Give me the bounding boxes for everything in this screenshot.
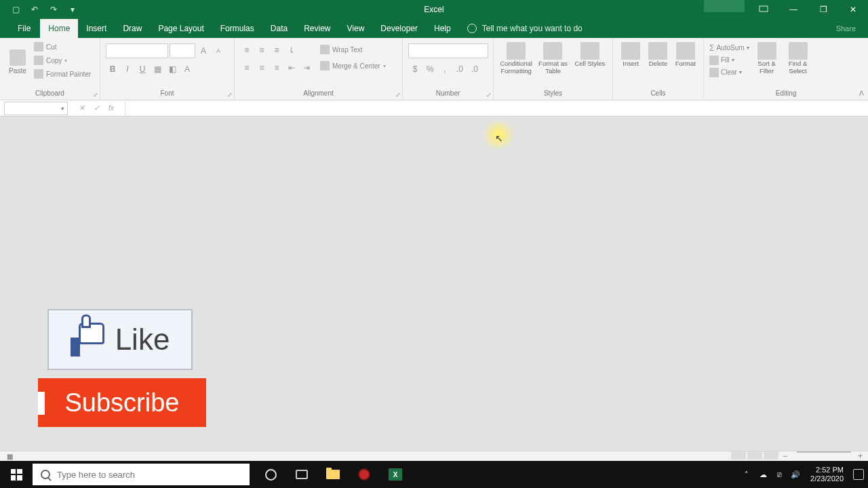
find-icon [789,42,808,60]
zoom-slider[interactable] [797,451,851,453]
maximize-button[interactable]: ❐ [808,0,838,19]
wrap-text-button[interactable]: Wrap Text [319,43,387,56]
share-button[interactable]: Share [836,24,868,33]
task-view-icon[interactable] [286,461,317,488]
tab-file[interactable]: File [8,19,40,38]
conditional-formatting-button[interactable]: Conditional Formatting [499,42,533,75]
align-right-icon[interactable]: ≡ [270,61,283,75]
cortana-icon[interactable] [255,461,286,488]
merge-center-button[interactable]: Merge & Center▾ [319,60,387,72]
tab-formulas[interactable]: Formulas [212,19,262,38]
tab-data[interactable]: Data [262,19,296,38]
taskbar-search[interactable]: Type here to search [33,464,250,485]
dialog-launcher-icon[interactable]: ⤢ [486,92,492,98]
dialog-launcher-icon[interactable]: ⤢ [227,92,233,98]
tab-draw[interactable]: Draw [115,19,150,38]
tab-view[interactable]: View [339,19,373,38]
tab-review[interactable]: Review [296,19,338,38]
font-size-select[interactable] [170,43,195,58]
align-top-icon[interactable]: ≡ [240,43,254,57]
paste-button[interactable]: Paste [5,41,30,83]
tab-help[interactable]: Help [426,19,459,38]
zoom-out-icon[interactable]: − [780,451,790,461]
ribbon-options-icon[interactable] [749,0,778,19]
align-bottom-icon[interactable]: ≡ [270,43,283,57]
underline-button[interactable]: U [136,62,149,76]
align-middle-icon[interactable]: ≡ [255,43,269,57]
comma-icon[interactable]: , [438,62,452,76]
clock[interactable]: 2:52 PM 2/23/2020 [806,466,848,483]
percent-icon[interactable]: % [423,62,437,76]
format-painter-button[interactable]: Format Painter [33,68,92,80]
font-color-button[interactable]: A [180,62,194,76]
fx-icon[interactable]: fx [106,104,117,113]
onedrive-icon[interactable]: ☁ [757,469,768,480]
format-as-table-button[interactable]: Format as Table [536,42,570,75]
group-editing: AutoSum▾ Fill▾ Clear▾ Sort & Filter Find… [704,38,868,100]
align-center-icon[interactable]: ≡ [255,61,269,75]
redo-icon[interactable]: ↷ [47,3,60,16]
copy-button[interactable]: Copy▾ [33,54,92,66]
undo-icon[interactable]: ↶ [28,3,41,16]
clear-button[interactable]: Clear▾ [709,66,749,78]
customize-qat-icon[interactable]: ▾ [66,3,79,16]
number-format-select[interactable] [408,43,488,58]
start-button[interactable] [0,461,33,488]
increase-font-icon[interactable]: A [197,44,210,58]
increase-indent-icon[interactable]: ⇥ [300,61,313,75]
page-layout-view-icon[interactable] [747,451,762,460]
format-cells-button[interactable]: Format [673,42,698,68]
autosum-button[interactable]: AutoSum▾ [709,42,749,54]
close-button[interactable]: ✕ [838,0,868,19]
name-box[interactable] [4,102,68,115]
fill-color-button[interactable]: ◧ [165,62,179,76]
tab-developer[interactable]: Developer [372,19,426,38]
find-select-button[interactable]: Find & Select [785,42,812,75]
group-label: Styles [499,89,607,98]
enter-formula-icon[interactable]: ✓ [91,104,102,113]
tell-me-search[interactable]: Tell me what you want to do [467,24,583,33]
sort-filter-button[interactable]: Sort & Filter [753,42,781,75]
notifications-icon[interactable] [853,469,864,480]
formula-input[interactable] [125,102,868,115]
normal-view-icon[interactable] [731,451,746,460]
tell-me-placeholder: Tell me what you want to do [482,24,583,33]
increase-decimal-icon[interactable]: .0 [453,62,467,76]
tab-home[interactable]: Home [40,19,78,38]
tab-page-layout[interactable]: Page Layout [150,19,212,38]
tab-insert[interactable]: Insert [78,19,115,38]
cell-styles-button[interactable]: Cell Styles [573,42,607,68]
file-explorer-icon[interactable] [317,461,349,488]
copy-icon [34,56,43,65]
page-break-view-icon[interactable] [764,451,778,460]
save-icon[interactable]: ▢ [9,3,22,16]
orientation-icon[interactable]: ⤹ [285,43,298,57]
thumbs-up-icon [71,323,107,357]
fill-button[interactable]: Fill▾ [709,54,749,66]
excel-taskbar-icon[interactable]: X [380,461,411,488]
decrease-decimal-icon[interactable]: .0 [468,62,481,76]
currency-icon[interactable]: $ [408,62,422,76]
align-left-icon[interactable]: ≡ [240,61,254,75]
borders-button[interactable]: ▦ [151,62,164,76]
minimize-button[interactable]: — [778,0,808,19]
italic-button[interactable]: I [121,62,134,76]
insert-cells-button[interactable]: Insert [618,42,643,68]
dialog-launcher-icon[interactable]: ⤢ [93,92,98,98]
collapse-ribbon-icon[interactable]: ᐱ [859,89,864,97]
volume-icon[interactable]: 🔊 [790,469,801,480]
zoom-in-icon[interactable]: + [858,451,863,461]
cancel-formula-icon[interactable]: ✕ [76,104,87,113]
font-family-select[interactable] [106,43,168,58]
dialog-launcher-icon[interactable]: ⤢ [395,92,401,98]
recorder-icon[interactable] [349,461,380,488]
delete-cells-button[interactable]: Delete [646,42,670,68]
account-button[interactable] [704,0,745,12]
bold-button[interactable]: B [106,62,119,76]
cut-button[interactable]: Cut [33,41,92,53]
record-macro-icon[interactable]: ▦ [0,453,13,460]
decrease-font-icon[interactable]: A [212,44,225,58]
tray-chevron-icon[interactable]: ˄ [741,469,752,480]
network-icon[interactable]: ⎚ [774,469,785,480]
decrease-indent-icon[interactable]: ⇤ [285,61,298,75]
